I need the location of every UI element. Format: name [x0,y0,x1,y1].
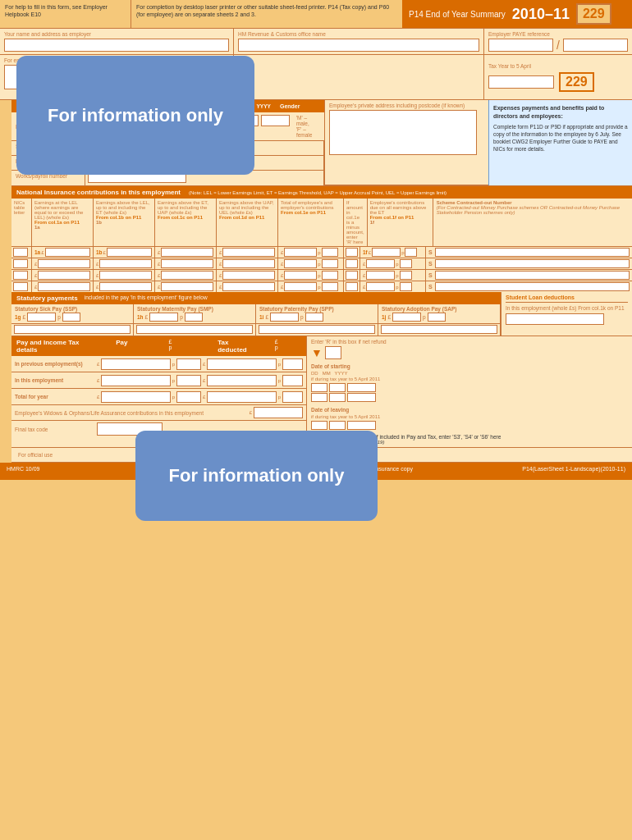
ni-r1-letter-input[interactable] [13,248,28,257]
ni-r4-col3-input[interactable] [99,282,152,291]
this-pay-input[interactable] [101,375,170,386]
leave-dd-input[interactable] [311,421,327,430]
ni-r3-col2-input[interactable] [38,271,90,280]
total-tax-input[interactable] [207,391,276,403]
smp-value-input[interactable] [136,325,253,334]
ni-r1-col2-input[interactable] [45,248,90,257]
ssp-ref: 1g [15,314,21,320]
ni-r2-col8-input[interactable] [366,259,395,268]
total-row: Total for year £ p £ p [11,389,306,405]
ni-col8-header: Employee's contributions due on all earn… [368,199,433,246]
ni-r4-letter-input[interactable] [13,282,28,291]
start-yyyy-input[interactable] [347,383,376,392]
sap-value-input[interactable] [381,325,497,334]
ni-r3-col3-input[interactable] [99,271,152,280]
ni-r2-col4-input[interactable] [161,259,213,268]
start-dd-input[interactable] [311,383,327,392]
ni-r4-col2-input[interactable] [38,282,90,291]
spp-input[interactable] [270,313,299,322]
ni-r1-col3-input[interactable] [107,248,152,257]
ssp-value-input[interactable] [14,325,131,334]
tax-year-input[interactable] [488,75,554,89]
ni-r3-col6-input[interactable] [284,271,317,280]
this-tax-p-input[interactable] [282,375,303,386]
student-loan-input[interactable] [506,313,604,325]
employer-name-input[interactable] [4,39,229,52]
tax-label: Tax deducted [218,339,259,354]
ssp-input[interactable] [27,313,56,322]
total-tax-p-input[interactable] [282,391,303,403]
ni-r1-col4-input[interactable] [161,248,213,257]
ni-r2-letter-input[interactable] [13,259,28,268]
ni-r4-col8-input[interactable] [366,282,395,291]
ni-r1-col5-input[interactable] [222,248,275,257]
dob-yyyy-input[interactable] [261,115,290,126]
paye-right-input[interactable] [563,39,628,52]
paye-left-input[interactable] [488,39,553,52]
ni-r3-col8-input[interactable] [366,271,395,280]
ssp-p-input[interactable] [62,313,80,322]
ni-r1-col8-input1[interactable] [372,248,401,257]
ni-r2-col6-p-input[interactable] [322,259,338,268]
leave-yyyy-input[interactable] [347,421,376,430]
spp-p-input[interactable] [305,313,323,322]
ni-r1-col6-input2[interactable] [322,248,338,257]
ni-r4-col6-p-input[interactable] [322,282,338,291]
smp-input[interactable] [149,313,178,322]
ni-r2-col8-p-input[interactable] [400,259,412,268]
ni-r2-col3-input[interactable] [99,259,152,268]
ni-col6-header: Total of employee's and employer's contr… [278,199,344,246]
this-pay-p-input[interactable] [176,375,201,386]
ni-r3-col4-input[interactable] [161,271,213,280]
ni-r2-col6-input[interactable] [284,259,317,268]
dob-yyyy: YYYY [257,103,271,109]
ni-r3-col5-input[interactable] [222,271,275,280]
ni-r3-letter-input[interactable] [13,271,28,280]
prev-tax-input[interactable] [207,358,276,370]
leave-mm-input[interactable] [329,421,346,430]
enter-r-input[interactable] [325,346,341,359]
stat-included-text: included in the pay 'In this employment'… [85,294,208,302]
ni-r1-col6-input1[interactable] [284,248,317,257]
start-yyyy2-input[interactable] [347,393,376,402]
ni-r1-col8-input2[interactable] [405,248,417,257]
this-emp-row: In this employment £ p £ p [11,372,306,389]
ni-r3-col8-p-input[interactable] [400,271,412,280]
ni-r1-col7-input[interactable] [346,248,358,257]
ni-r2-col2-input[interactable] [38,259,90,268]
ni-r3-col6-p-input[interactable] [322,271,338,280]
smp-p-input[interactable] [185,313,203,322]
this-tax-input[interactable] [207,375,276,386]
ni-r4-col7-input[interactable] [346,282,358,291]
total-pay-input[interactable] [101,391,170,403]
hmrc-office-input[interactable] [238,39,479,52]
start-mm-input[interactable] [329,383,346,392]
total-pay-p-input[interactable] [176,391,201,403]
prev-tax-p-input[interactable] [282,358,303,370]
prev-pay-input[interactable] [101,358,170,370]
ni-r2-col5-input[interactable] [222,259,275,268]
ni-r2-col7-input[interactable] [346,259,358,268]
start-mm2-input[interactable] [329,393,346,402]
start-dd2-input[interactable] [311,393,327,402]
ni-r2-scheme-input[interactable] [435,259,630,268]
ni-r4-scheme-input[interactable] [435,282,630,291]
ni-r4-col6-input[interactable] [284,282,317,291]
ni-r3-scheme-input[interactable] [435,271,630,280]
ni-r1-scheme-input[interactable] [435,248,630,257]
sap-p-input[interactable] [428,313,446,322]
stat-section-header: Statutory payments included in the pay '… [11,292,501,304]
address-input[interactable] [329,110,477,155]
ni-r4-col8-p-input[interactable] [400,282,412,291]
prev-pay-p-input[interactable] [176,358,201,370]
header: For help to fill in this form, see Emplo… [0,0,632,29]
ni-r4-col5-input[interactable] [222,282,275,291]
address-expenses: Employee's private address including pos… [324,100,488,185]
widows-input[interactable] [254,407,303,418]
spp-value-input[interactable] [259,325,375,334]
gender-values: 'M' – male, 'F' – female [296,115,320,138]
ni-r4-col4-input[interactable] [161,282,213,291]
sap-input[interactable] [392,313,421,322]
ni-r3-col7-input[interactable] [346,271,358,280]
enter-r-section: Enter 'R' in this box if net refund ▼ [311,339,628,359]
